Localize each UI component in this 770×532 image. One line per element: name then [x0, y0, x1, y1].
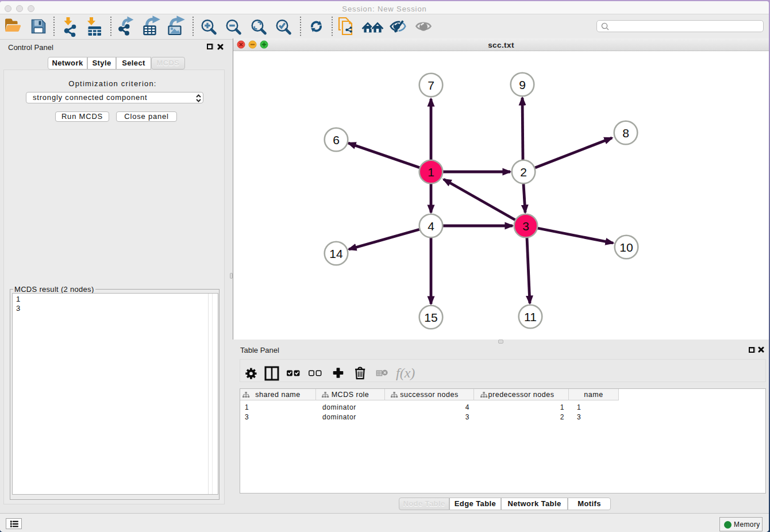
svg-text:2: 2 — [520, 165, 527, 179]
svg-text:f(x): f(x) — [396, 365, 415, 380]
svg-text:3: 3 — [522, 219, 529, 233]
svg-text:7: 7 — [428, 79, 434, 92]
svg-text:9: 9 — [519, 78, 526, 91]
svg-text:8: 8 — [622, 126, 629, 140]
svg-text:14: 14 — [329, 247, 343, 260]
svg-text:1: 1 — [428, 165, 434, 179]
svg-text:6: 6 — [333, 133, 340, 147]
svg-text:10: 10 — [619, 241, 633, 254]
svg-text:4: 4 — [428, 219, 434, 233]
svg-text:11: 11 — [524, 310, 537, 323]
svg-text:15: 15 — [424, 311, 437, 324]
